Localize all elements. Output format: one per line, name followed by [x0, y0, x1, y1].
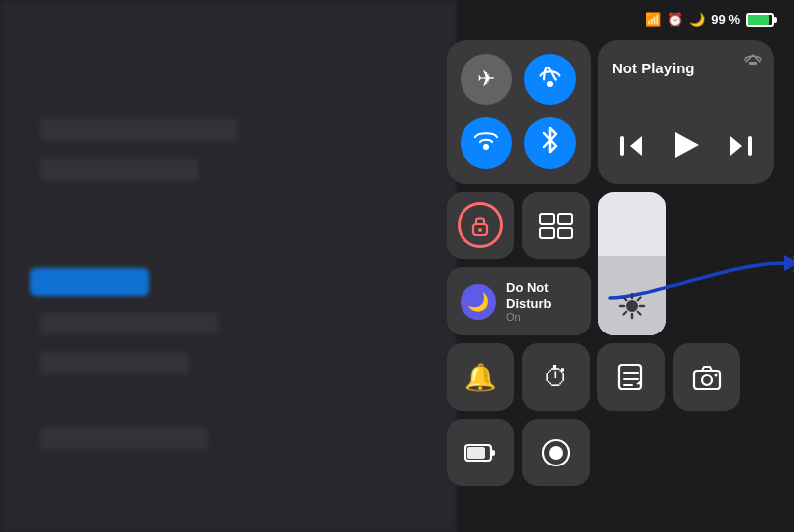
notes-button[interactable] [597, 343, 665, 411]
screen-mirror-button[interactable] [522, 192, 590, 259]
battery-widget-button[interactable] [447, 419, 514, 486]
svg-rect-2 [749, 62, 757, 65]
svg-rect-10 [540, 214, 554, 224]
svg-point-1 [483, 144, 489, 150]
next-button[interactable] [721, 132, 760, 165]
prev-button[interactable] [612, 132, 652, 165]
timer-icon: ⏱ [543, 362, 569, 393]
bg-item-2 [40, 159, 198, 181]
bluetooth-button[interactable] [524, 117, 576, 169]
svg-line-19 [624, 298, 627, 301]
camera-icon [692, 363, 722, 391]
dnd-status: On [506, 311, 577, 323]
svg-point-32 [702, 375, 712, 385]
bg-item-1 [40, 119, 238, 141]
alarm-status-icon: ⏰ [667, 12, 683, 27]
screen-lock-button[interactable] [447, 192, 514, 259]
left-col: 🌙 Do Not Disturb On [447, 192, 591, 335]
control-center: ✈ [447, 40, 774, 486]
svg-rect-36 [467, 447, 485, 459]
brightness-icon [618, 292, 646, 326]
svg-point-38 [549, 446, 563, 460]
play-button[interactable] [667, 128, 707, 168]
svg-line-20 [638, 312, 641, 315]
moon-status-icon: 🌙 [689, 12, 705, 27]
bluetooth-icon [540, 126, 560, 160]
row-last-icons [447, 419, 774, 486]
svg-rect-4 [620, 136, 624, 156]
bg-item-3 [40, 313, 218, 334]
notes-icon [616, 362, 646, 392]
svg-line-21 [638, 298, 641, 301]
wifi-calling-button[interactable] [524, 54, 576, 105]
airplay-icon[interactable] [744, 50, 762, 68]
battery-widget-icon [464, 441, 496, 465]
dnd-button[interactable]: 🌙 Do Not Disturb On [447, 267, 591, 335]
screen-lock-icon [458, 202, 503, 248]
brightness-slider[interactable] [598, 192, 666, 335]
alarm-button[interactable]: 🔔 [447, 343, 514, 411]
svg-marker-3 [630, 136, 642, 156]
screen-record-button[interactable] [522, 419, 590, 486]
screen-record-icon [541, 438, 571, 467]
svg-line-22 [624, 312, 627, 315]
svg-rect-12 [540, 228, 554, 238]
bg-item-5 [40, 427, 208, 449]
status-bar: 📶 ⏰ 🌙 99 % [645, 12, 774, 27]
svg-rect-7 [748, 136, 752, 156]
battery-fill [748, 15, 769, 25]
dnd-label: Do Not Disturb [506, 280, 577, 311]
now-playing-title: Not Playing [612, 60, 760, 76]
battery-icon [746, 13, 774, 27]
dnd-text: Do Not Disturb On [506, 280, 577, 323]
alarm-icon: 🔔 [464, 362, 496, 393]
bg-highlight [30, 268, 149, 296]
svg-point-9 [478, 228, 482, 232]
airplane-button[interactable]: ✈ [461, 54, 512, 105]
background-blur [0, 0, 457, 532]
wifi-calling-icon [537, 66, 563, 93]
svg-point-14 [626, 300, 638, 312]
row-lock-mirror [447, 192, 591, 259]
svg-point-0 [547, 81, 553, 87]
camera-button[interactable] [673, 343, 740, 411]
svg-marker-23 [784, 255, 794, 271]
timer-button[interactable]: ⏱ [522, 343, 590, 411]
bg-item-4 [40, 352, 189, 374]
svg-rect-13 [558, 228, 572, 238]
svg-rect-11 [558, 214, 572, 224]
wifi-icon [472, 129, 500, 157]
row-bottom-icons: 🔔 ⏱ [447, 343, 774, 411]
wifi-button[interactable] [461, 117, 512, 169]
svg-rect-35 [491, 450, 495, 456]
svg-marker-6 [730, 136, 742, 156]
svg-marker-5 [675, 132, 699, 158]
tile-now-playing: Not Playing [598, 40, 774, 184]
screen-mirror-icon [538, 210, 574, 240]
playback-controls [612, 124, 760, 172]
airplane-icon: ✈ [477, 66, 495, 92]
wifi-status-icon: 📶 [645, 12, 661, 27]
svg-point-33 [715, 374, 718, 377]
dnd-icon: 🌙 [461, 284, 496, 320]
tile-connectivity: ✈ [447, 40, 591, 184]
battery-percent: 99 % [711, 12, 740, 27]
row-middle: 🌙 Do Not Disturb On [447, 192, 774, 335]
row-connectivity-nowplaying: ✈ [447, 40, 774, 184]
